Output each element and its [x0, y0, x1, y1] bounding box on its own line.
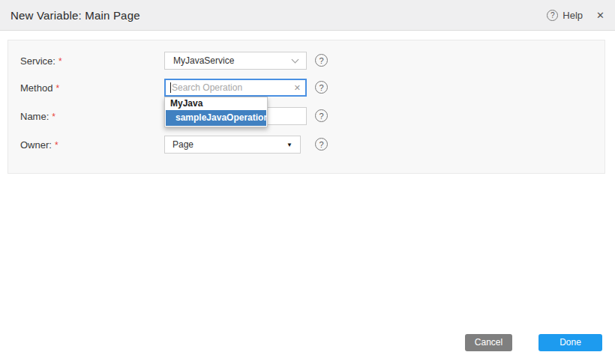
required-asterisk: * — [55, 140, 58, 151]
service-label-text: Service: — [20, 55, 56, 67]
help-circle-icon: ? — [547, 10, 558, 21]
method-search-box: ✕ — [164, 79, 307, 97]
cancel-button[interactable]: Cancel — [465, 334, 512, 351]
clear-icon[interactable]: ✕ — [291, 83, 301, 93]
service-label: Service:* — [20, 55, 62, 67]
dialog-header: New Variable: Main Page ? Help ✕ — [0, 0, 615, 31]
service-help-icon[interactable]: ? — [315, 54, 328, 67]
help-button[interactable]: ? Help — [547, 10, 583, 21]
dropdown-option-selected[interactable]: sampleJavaOperation — [166, 110, 266, 126]
service-select[interactable]: MyJavaService — [164, 52, 307, 70]
name-help-icon[interactable]: ? — [315, 109, 328, 122]
name-label-text: Name: — [20, 111, 49, 122]
owner-select[interactable]: Page ▼ — [164, 136, 301, 154]
form-panel: Service:* MyJavaService ? Method* ✕ ? Na… — [8, 40, 605, 174]
owner-label: Owner:* — [20, 139, 58, 151]
done-button[interactable]: Done — [538, 334, 602, 351]
owner-select-value: Page — [172, 139, 194, 150]
owner-help-icon[interactable]: ? — [315, 138, 328, 151]
service-select-value: MyJavaService — [173, 55, 234, 66]
chevron-down-icon — [292, 55, 299, 63]
new-variable-dialog: New Variable: Main Page ? Help ✕ Service… — [0, 0, 615, 364]
method-label-text: Method — [20, 82, 52, 94]
required-asterisk: * — [58, 56, 62, 67]
select-arrow-icon: ▼ — [286, 142, 292, 148]
owner-label-text: Owner: — [20, 139, 52, 151]
required-asterisk: * — [52, 112, 56, 122]
help-label: Help — [562, 10, 583, 21]
name-label: Name:* — [20, 111, 56, 122]
required-asterisk: * — [56, 83, 59, 94]
dropdown-group-header: MyJava — [165, 97, 267, 110]
header-actions: ? Help ✕ — [547, 10, 604, 21]
method-help-icon[interactable]: ? — [315, 81, 328, 94]
method-label: Method* — [20, 82, 59, 94]
method-options-dropdown: MyJava sampleJavaOperation — [164, 97, 268, 127]
close-icon[interactable]: ✕ — [596, 10, 604, 21]
dialog-title: New Variable: Main Page — [10, 9, 140, 22]
method-search-input[interactable] — [171, 82, 291, 93]
